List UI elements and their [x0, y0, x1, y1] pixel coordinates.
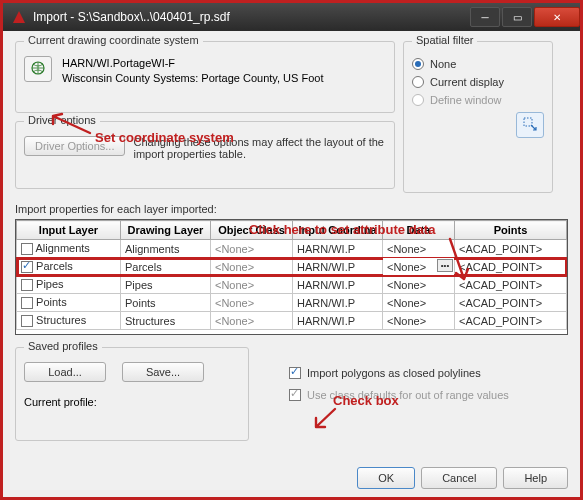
col-input-layer[interactable]: Input Layer — [17, 221, 121, 240]
app-icon — [11, 9, 27, 25]
globe-icon — [30, 60, 46, 78]
import-polylines-checkbox[interactable]: Import polygons as closed polylines — [289, 367, 509, 379]
row-checkbox[interactable] — [21, 261, 33, 273]
save-profile-button[interactable]: Save... — [122, 362, 204, 382]
layer-properties-table: Input Layer Drawing Layer Object Class I… — [15, 219, 568, 335]
spatial-define-radio[interactable]: Define window — [412, 94, 544, 106]
row-checkbox[interactable] — [21, 315, 33, 327]
col-input-coord[interactable]: Input Coordina — [293, 221, 383, 240]
minimize-button[interactable]: ─ — [470, 7, 500, 27]
col-data[interactable]: Data — [383, 221, 455, 240]
table-row[interactable]: Pipes Pipes <None> HARN/WI.P <None> <ACA… — [17, 276, 567, 294]
row-checkbox[interactable] — [21, 297, 33, 309]
driver-note: Changing these options may affect the la… — [133, 136, 386, 160]
dialog-footer: OK Cancel Help — [3, 459, 580, 497]
spatial-filter-group: Spatial filter None Current display Defi… — [403, 41, 553, 193]
group-legend: Current drawing coordinate system — [24, 34, 203, 46]
ok-button[interactable]: OK — [357, 467, 415, 489]
coord-system-desc: Wisconsin County Systems: Portage County… — [62, 71, 323, 86]
window-select-icon — [522, 116, 538, 134]
driver-options-button[interactable]: Driver Options... — [24, 136, 125, 156]
table-row[interactable]: Structures Structures <None> HARN/WI.P <… — [17, 312, 567, 330]
cancel-button[interactable]: Cancel — [421, 467, 497, 489]
data-browse-button[interactable]: ••• — [437, 259, 453, 272]
window-title: Import - S:\Sandbox\..\040401_rp.sdf — [33, 10, 468, 24]
table-row-selected[interactable]: Parcels Parcels <None> HARN/WI.P <None>•… — [17, 258, 567, 276]
class-defaults-checkbox: Use class defaults for out of range valu… — [289, 389, 509, 401]
col-points[interactable]: Points — [455, 221, 567, 240]
load-profile-button[interactable]: Load... — [24, 362, 106, 382]
define-window-button[interactable] — [516, 112, 544, 138]
table-caption: Import properties for each layer importe… — [15, 203, 568, 215]
current-profile-label: Current profile: — [24, 396, 240, 408]
driver-options-group: Driver options Driver Options... Changin… — [15, 121, 395, 189]
coordinate-system-group: Current drawing coordinate system HARN/W… — [15, 41, 395, 113]
group-legend: Driver options — [24, 114, 100, 126]
group-legend: Spatial filter — [412, 34, 477, 46]
spatial-none-radio[interactable]: None — [412, 58, 544, 70]
col-object-class[interactable]: Object Class — [211, 221, 293, 240]
row-checkbox[interactable] — [21, 279, 33, 291]
maximize-button[interactable]: ▭ — [502, 7, 532, 27]
spatial-current-radio[interactable]: Current display — [412, 76, 544, 88]
col-drawing-layer[interactable]: Drawing Layer — [121, 221, 211, 240]
import-dialog: Import - S:\Sandbox\..\040401_rp.sdf ─ ▭… — [0, 0, 583, 500]
titlebar[interactable]: Import - S:\Sandbox\..\040401_rp.sdf ─ ▭… — [3, 3, 580, 31]
select-coordinate-system-button[interactable] — [24, 56, 52, 82]
row-checkbox[interactable] — [21, 243, 33, 255]
svg-rect-1 — [524, 118, 532, 126]
close-button[interactable]: ✕ — [534, 7, 580, 27]
saved-profiles-group: Saved profiles Load... Save... Current p… — [15, 347, 249, 441]
group-legend: Saved profiles — [24, 340, 102, 352]
help-button[interactable]: Help — [503, 467, 568, 489]
table-row[interactable]: Alignments Alignments <None> HARN/WI.P <… — [17, 240, 567, 258]
table-row[interactable]: Points Points <None> HARN/WI.P <None> <A… — [17, 294, 567, 312]
coord-system-name: HARN/WI.PortageWI-F — [62, 56, 323, 71]
